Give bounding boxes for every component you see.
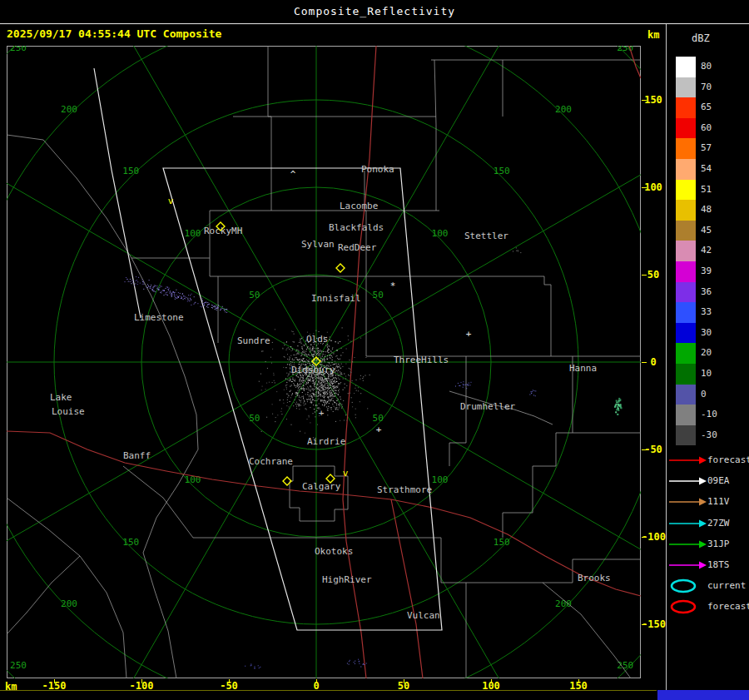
bottom-axis-tick — [491, 679, 492, 683]
right-axis-tick — [642, 537, 647, 538]
dbz-value-label-51: 51 — [701, 185, 734, 195]
vector-label-09ea: 09EA — [707, 475, 730, 487]
vector-label-18ts: 18TS — [707, 559, 730, 571]
range-ring-label-150: 150 — [122, 166, 139, 176]
range-ring-label-200: 200 — [61, 104, 77, 115]
city-label-banff: Banff — [123, 450, 151, 461]
legend-panel: dBZ 807065605754514845423936333020100-10… — [666, 24, 749, 700]
ellipse-label-forecast: forecast — [707, 601, 749, 613]
caret-marker: ^ — [290, 169, 296, 180]
city-label-cochrane: Cochrane — [249, 456, 293, 467]
county-boundary-line — [366, 276, 641, 356]
right-axis-tick — [642, 624, 647, 625]
dbz-value-label-33: 33 — [701, 307, 734, 317]
radial-line-300 — [316, 0, 549, 362]
dbz-swatch-65 — [676, 97, 696, 118]
range-ring-label-200: 200 — [61, 598, 77, 609]
city-label-highriver: HighRiver — [322, 574, 372, 585]
dbz-value-label-80: 80 — [701, 62, 734, 72]
dbz-swatch-39 — [676, 261, 696, 282]
forecast-ellipse-icon — [669, 599, 701, 614]
county-boundary-line — [441, 538, 466, 678]
city-label-lacombe: Lacombe — [340, 201, 378, 211]
right-axis-tick — [642, 100, 647, 101]
dbz-value-label-70: 70 — [701, 82, 734, 92]
range-ring-label-50: 50 — [249, 413, 260, 424]
dbz-swatch-70 — [676, 77, 696, 98]
bottom-window-edge — [0, 690, 657, 691]
dbz-swatch-20 — [676, 343, 696, 364]
radial-line-120 — [83, 362, 316, 700]
vector-label-31jp: 31JP — [707, 539, 730, 550]
bottom-axis-tick — [404, 679, 404, 683]
bottom-scrollbar-thumb[interactable] — [657, 690, 749, 700]
range-ring-label-250: 250 — [10, 42, 27, 53]
dbz-value-label-42: 42 — [701, 246, 734, 256]
county-boundary-line — [7, 135, 198, 678]
city-label-lake: Lake — [50, 392, 72, 403]
county-boundary-line — [7, 498, 126, 678]
radial-line-240 — [83, 0, 316, 362]
county-boundary-line — [268, 46, 271, 211]
dbz-value-label-48: 48 — [701, 205, 734, 215]
plus-marker: + — [466, 329, 472, 340]
radial-line-150 — [0, 362, 316, 595]
city-label-vulcan: Vulcan — [407, 610, 440, 621]
city-label-innisfail: Innisfail — [311, 293, 361, 304]
city-label-okotoks: Okotoks — [315, 546, 353, 557]
city-label-louise: Louise — [52, 406, 85, 417]
city-label-reddeer: RedDeer — [338, 242, 377, 253]
radar-app-window: Composite_Reflectivity 2025/09/17 04:55:… — [0, 0, 749, 700]
city-label-airdrie: Airdrie — [307, 436, 345, 447]
radial-line-210 — [0, 129, 316, 362]
27zw-arrow-icon — [669, 519, 707, 529]
city-label-olds: Olds — [306, 334, 329, 345]
city-label-sundre: Sundre — [237, 335, 270, 346]
range-ring-label-100: 100 — [432, 228, 449, 239]
city-label-strathmore: Strathmore — [377, 484, 432, 495]
dbz-value-label-10: 10 — [701, 369, 734, 379]
dbz-swatch-42 — [676, 241, 696, 261]
dbz-swatch-60 — [676, 118, 696, 139]
city-label-stettler: Stettler — [464, 231, 508, 241]
dbz-swatch-54 — [676, 159, 696, 180]
city-label-blackfalds: Blackfalds — [329, 222, 384, 233]
forecast-arrow-icon — [669, 455, 707, 465]
vector-label-forecast: forecast — [707, 454, 749, 466]
county-boundary-line — [290, 466, 348, 521]
dbz-value-label-39: 39 — [701, 266, 734, 276]
plus-marker: + — [376, 424, 382, 435]
county-boundary-line — [503, 356, 573, 538]
dbz-value-label-65: 65 — [701, 102, 734, 112]
county-boundary-line — [7, 556, 80, 634]
v-marker: v — [343, 468, 349, 479]
dbz-value-label-36: 36 — [701, 287, 734, 297]
18ts-arrow-icon — [669, 560, 707, 570]
range-ring-label-250: 250 — [10, 660, 27, 671]
radar-site-marker[interactable] — [336, 264, 345, 272]
bottom-axis-tick — [578, 679, 579, 683]
plus-marker: + — [319, 408, 325, 419]
ellipse-label-current: current — [707, 580, 746, 592]
city-label-sylvan: Sylvan — [301, 239, 335, 250]
right-axis-tick — [642, 449, 647, 450]
dbz-scale-title: dBZ — [692, 32, 710, 44]
dbz-swatch-10 — [676, 364, 696, 385]
county-boundary-line — [441, 276, 551, 356]
city-label-drumheller: Drumheller — [460, 401, 516, 412]
county-boundary-line — [434, 60, 436, 211]
county-boundary-line — [466, 559, 641, 583]
dbz-swatch-48 — [676, 200, 696, 221]
bottom-axis-tick — [54, 679, 55, 683]
city-label-ponoka: Ponoka — [361, 164, 394, 175]
dbz-value-label--30: -30 — [701, 430, 734, 440]
city-label-brooks: Brooks — [578, 573, 611, 583]
city-label-limestone: Limestone — [134, 312, 184, 323]
bottom-axis-tick — [316, 679, 317, 683]
dbz-value-label-54: 54 — [701, 164, 734, 174]
city-labels: PonokaLacombeBlackfaldsSylvanRedDeerStet… — [50, 164, 611, 621]
coverage-boundary-line — [163, 168, 442, 630]
dbz-swatch--30 — [676, 425, 696, 446]
range-ring-label-50: 50 — [373, 413, 384, 424]
radar-map-canvas[interactable]: 5010015020025050100150200250501001502002… — [0, 0, 749, 700]
